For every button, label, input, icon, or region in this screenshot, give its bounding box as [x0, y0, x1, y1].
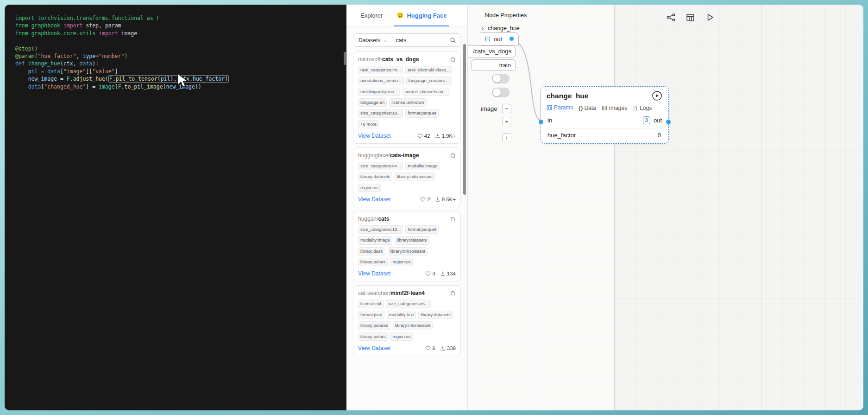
split-input[interactable]: train	[472, 59, 516, 71]
downloads-count: 1.9K+	[435, 133, 456, 139]
toggle-switch-1[interactable]	[492, 74, 509, 83]
search-button[interactable]	[446, 34, 460, 46]
dataset-tag: license:mit	[358, 300, 384, 308]
view-dataset-link[interactable]: View Dataset	[358, 345, 390, 351]
results-scrollbar[interactable]	[463, 44, 466, 195]
dataset-tag: region:us	[390, 332, 413, 341]
code-line	[15, 37, 346, 45]
dataset-card[interactable]: cat-searcher/minif2f-lean4license:mitsiz…	[353, 285, 461, 356]
remove-item-button[interactable]: −	[502, 104, 511, 113]
queue-count-badge: 3	[643, 116, 650, 124]
doc-icon	[633, 105, 638, 111]
in-port-label: in	[547, 117, 552, 124]
dataset-owner: microsoft/	[358, 56, 382, 63]
dataset-tag: modality:image	[405, 162, 440, 170]
likes-count: 3	[425, 271, 435, 276]
add-item-button-2[interactable]: +	[502, 133, 511, 142]
node-tab-label: Images	[609, 105, 627, 111]
dataset-name: cats	[378, 216, 389, 222]
chevron-down-icon: ⌄	[383, 38, 387, 43]
likes-count: 42	[417, 133, 430, 139]
dataset-tag: multilinguality:mo...	[358, 88, 400, 96]
dataset-tag: size_categories:n<...	[386, 300, 431, 308]
chevron-right-icon: ›	[482, 25, 484, 32]
view-dataset-link[interactable]: View Dataset	[358, 196, 390, 203]
likes-count: 2	[420, 197, 430, 202]
source-out-label: out	[494, 36, 502, 43]
play-icon	[705, 13, 715, 22]
grid-view-button[interactable]	[685, 12, 696, 23]
dataset-tag: library:polars	[358, 258, 388, 266]
code-line: def change_hue(ctx, data):	[15, 60, 346, 67]
node-tab-logs[interactable]: Logs	[633, 105, 652, 112]
node-tab-label: Params	[554, 104, 573, 111]
dataset-owner: huggingface/	[358, 152, 390, 159]
workflow-icon	[666, 13, 676, 22]
tree-item-label: change_hue	[488, 25, 520, 32]
code-line: from graphbook import step, param	[15, 22, 346, 29]
copy-icon[interactable]	[450, 290, 456, 296]
dataset-card[interactable]: microsoft/cats_vs_dogstask_categories:im…	[353, 51, 461, 144]
more-tags-badge[interactable]: +6 more	[358, 120, 379, 128]
node-in-port[interactable]	[539, 120, 543, 124]
dataset-card[interactable]: huggan/catssize_categories:10...format:p…	[353, 211, 461, 281]
canvas-toolbar	[665, 12, 715, 23]
dataset-tag: language_creators:...	[406, 77, 452, 85]
tab-explorer[interactable]: Explorer	[360, 5, 383, 26]
dataset-name: cats_vs_dogs	[382, 56, 419, 63]
run-node-button[interactable]	[652, 90, 663, 102]
node-tab-data[interactable]: { }Data	[579, 105, 596, 112]
node-tab-images[interactable]: Images	[602, 105, 627, 112]
dataset-results-list: microsoft/cats_vs_dogstask_categories:im…	[346, 51, 467, 363]
node-tab-params[interactable]: Params	[547, 104, 573, 112]
tab-hugging-face[interactable]: Hugging Face	[396, 5, 447, 26]
copy-icon[interactable]	[450, 153, 456, 159]
tab-explorer-label: Explorer	[360, 12, 383, 19]
dataset-tag: source_datasets:ori...	[403, 88, 449, 96]
grid-icon	[686, 13, 695, 22]
param-row: hue_factor0	[547, 128, 663, 139]
code-line: pil = data["image"]["value"]	[15, 68, 346, 75]
code-line: data["changed_hue"] = image(F.to_pil_ima…	[15, 83, 346, 90]
dataset-path-input[interactable]: /cats_vs_dogs	[467, 45, 516, 57]
dataset-tag: library:datasets	[395, 236, 429, 244]
huggingface-panel: Explorer Hugging Face Datasets ⌄ microso…	[346, 5, 467, 410]
properties-tree-item-change-hue[interactable]: › change_hue	[482, 25, 520, 32]
editor-scrollbar[interactable]	[344, 52, 346, 65]
workflow-view-button[interactable]	[665, 12, 676, 23]
code-area[interactable]: import torchvision.transforms.functional…	[5, 5, 346, 90]
node-properties-title: Node Properties	[485, 12, 527, 19]
dataset-card[interactable]: huggingface/cats-imagesize_categories:n<…	[353, 147, 461, 207]
node-canvas[interactable]: Node Properties › change_hue out /cats_v…	[467, 5, 863, 410]
node-tab-label: Logs	[640, 105, 652, 111]
code-line: new_image = F.adjust_hue(F.pil_to_tensor…	[15, 75, 346, 83]
run-all-button[interactable]	[704, 12, 715, 23]
dataset-tag: format:json	[358, 311, 384, 319]
node-change-hue[interactable]: change_hue Params{ }DataImagesLogs in 3 …	[541, 86, 669, 144]
add-item-button-1[interactable]: +	[502, 117, 511, 126]
dataset-name: cats-image	[390, 152, 419, 159]
search-input[interactable]	[392, 34, 446, 46]
dataset-tag: region:us	[358, 184, 381, 192]
play-circle-icon	[652, 90, 662, 101]
param-value-input[interactable]: 0	[658, 132, 662, 139]
dataset-tag: library:mlcroissant	[395, 172, 435, 181]
dataset-tag: task_ids:multi-class...	[405, 66, 452, 74]
node-out-port[interactable]	[666, 120, 671, 124]
image-list-label: image	[481, 105, 497, 112]
downloads-count: 134	[440, 271, 456, 276]
copy-icon[interactable]	[450, 216, 456, 222]
dataset-owner: cat-searcher/	[358, 290, 390, 296]
node-title: change_hue	[547, 92, 588, 100]
code-editor[interactable]: import torchvision.transforms.functional…	[5, 5, 346, 410]
dataset-tag: format:parquet	[405, 225, 439, 234]
toggle-switch-2[interactable]	[492, 88, 509, 97]
likes-count: 6	[425, 345, 435, 351]
dataset-type-dropdown[interactable]: Datasets ⌄	[354, 34, 392, 46]
dataset-tag: library:datasets	[418, 311, 453, 319]
source-out-port[interactable]	[509, 37, 514, 41]
copy-icon[interactable]	[450, 57, 456, 63]
search-icon	[450, 37, 456, 44]
view-dataset-link[interactable]: View Dataset	[358, 133, 390, 139]
view-dataset-link[interactable]: View Dataset	[358, 270, 390, 277]
